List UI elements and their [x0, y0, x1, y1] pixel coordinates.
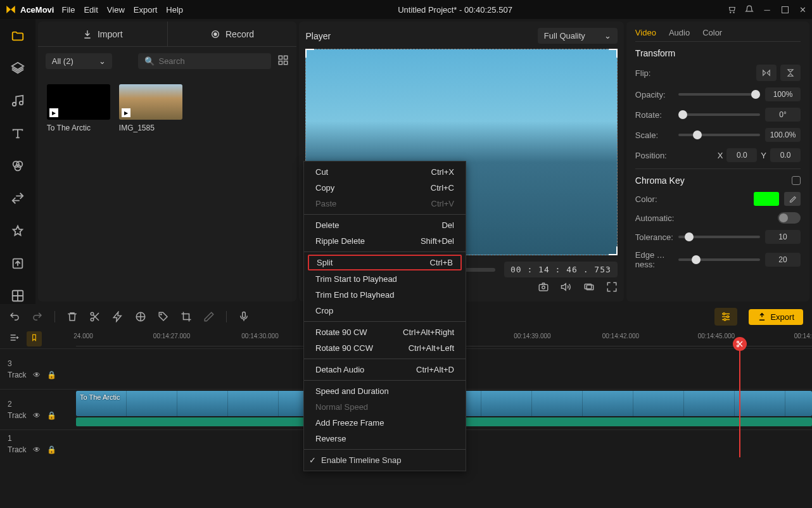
media-filter-dropdown[interactable]: All (2) ⌄: [46, 53, 112, 69]
rotate-slider[interactable]: [678, 113, 760, 116]
export-button[interactable]: Export: [749, 309, 803, 325]
fullscreen-icon[interactable]: [606, 281, 618, 295]
eyedropper-icon[interactable]: [784, 192, 801, 206]
tag-icon[interactable]: [158, 311, 169, 322]
record-tab[interactable]: Record: [168, 22, 297, 47]
pos-x-value[interactable]: 0.0: [726, 148, 757, 162]
close-icon[interactable]: ✕: [798, 5, 807, 14]
context-menu-item[interactable]: Reverse: [304, 431, 466, 447]
eye-icon[interactable]: 👁: [33, 411, 41, 420]
chroma-enable-checkbox[interactable]: [792, 176, 801, 185]
eye-icon[interactable]: 👁: [33, 371, 41, 379]
rail-transitions-icon[interactable]: [9, 191, 27, 206]
crop-icon[interactable]: [181, 311, 192, 322]
playhead[interactable]: [739, 348, 740, 457]
svg-point-7: [15, 165, 20, 170]
context-menu-item[interactable]: Trim Start to Playhead: [304, 271, 466, 287]
context-menu-item[interactable]: CutCtrl+X: [304, 164, 466, 180]
opacity-value[interactable]: 100%: [765, 87, 801, 101]
timeline-settings-button[interactable]: [714, 308, 737, 326]
chroma-color-swatch[interactable]: [754, 192, 779, 206]
split-icon[interactable]: [89, 311, 101, 322]
snapshot-icon[interactable]: [538, 281, 549, 295]
rotate-value[interactable]: 0°: [765, 108, 801, 122]
rail-layers-icon[interactable]: [9, 60, 27, 76]
speed-icon[interactable]: [112, 311, 124, 322]
menu-edit[interactable]: Edit: [84, 5, 98, 15]
context-menu-item[interactable]: Detach AudioCtrl+Alt+D: [304, 362, 466, 378]
minimize-icon[interactable]: ─: [763, 5, 771, 14]
menu-view[interactable]: View: [107, 5, 125, 15]
rail-elements-icon[interactable]: [9, 223, 27, 239]
rail-export-box-icon[interactable]: [9, 255, 27, 271]
context-menu-item[interactable]: Rotate 90 CCWCtrl+Alt+Left: [304, 340, 466, 356]
tolerance-slider[interactable]: [678, 236, 760, 238]
chroma-color-label: Color:: [635, 194, 673, 204]
maximize-icon[interactable]: [780, 5, 789, 14]
scale-slider[interactable]: [678, 134, 760, 136]
svg-rect-2: [782, 6, 788, 13]
opacity-slider[interactable]: [678, 93, 760, 96]
context-menu-item[interactable]: Crop: [304, 303, 466, 319]
color-icon[interactable]: [135, 311, 146, 322]
marker-icon[interactable]: [27, 331, 42, 346]
scale-value[interactable]: 100.0%: [765, 128, 801, 142]
rail-text-icon[interactable]: [9, 125, 27, 141]
menu-file[interactable]: File: [61, 5, 75, 15]
props-tab-video[interactable]: Video: [635, 28, 656, 37]
quality-dropdown[interactable]: Full Quality ⌄: [538, 28, 618, 44]
context-menu-item[interactable]: DeleteDel: [304, 217, 466, 233]
tolerance-value[interactable]: 10: [765, 230, 801, 244]
context-menu-item[interactable]: Speed and Duration: [304, 383, 466, 399]
redo-icon[interactable]: [32, 311, 43, 322]
rail-filters-icon[interactable]: [9, 158, 27, 174]
context-menu-item[interactable]: CopyCtrl+C: [304, 180, 466, 196]
context-menu-item[interactable]: Rotate 90 CWCtrl+Alt+Right: [304, 324, 466, 340]
lock-icon[interactable]: 🔒: [47, 371, 56, 379]
search-input[interactable]: [158, 56, 265, 66]
edit-icon[interactable]: [203, 311, 215, 322]
edge-slider[interactable]: [678, 258, 760, 261]
lock-icon[interactable]: 🔒: [47, 445, 56, 454]
svg-point-29: [737, 345, 739, 347]
grid-view-icon[interactable]: [277, 54, 289, 68]
track-options-icon[interactable]: [9, 333, 19, 345]
mic-icon[interactable]: [238, 311, 250, 322]
delete-icon[interactable]: [67, 311, 78, 322]
flip-horizontal-button[interactable]: [756, 65, 777, 81]
context-menu-item[interactable]: Ripple DeleteShift+Del: [304, 233, 466, 249]
rail-media-icon[interactable]: [9, 28, 27, 44]
context-menu-item[interactable]: SplitCtrl+B: [308, 255, 462, 270]
media-item[interactable]: ▶ IMG_1585: [119, 84, 182, 132]
auto-toggle[interactable]: [778, 212, 801, 224]
svg-rect-24: [243, 312, 246, 318]
media-item[interactable]: ▶ To The Arctic: [47, 84, 110, 132]
cart-icon[interactable]: [727, 5, 736, 14]
lock-icon[interactable]: 🔒: [47, 411, 56, 420]
context-menu-item[interactable]: ✓Enable Timeline Snap: [304, 452, 466, 468]
ruler-mark: 00:14:27.000: [153, 333, 190, 340]
context-menu-item[interactable]: Add Freeze Frame: [304, 415, 466, 431]
menu-export[interactable]: Export: [134, 5, 158, 15]
volume-icon[interactable]: [561, 281, 572, 295]
flip-vertical-button[interactable]: [780, 65, 801, 81]
chevron-down-icon: ⌄: [99, 56, 106, 66]
tolerance-label: Tolerance:: [635, 232, 673, 242]
menu-help[interactable]: Help: [166, 5, 183, 15]
rail-split-view-icon[interactable]: [9, 288, 27, 304]
playhead-scissors-icon[interactable]: [733, 337, 747, 351]
eye-icon[interactable]: 👁: [33, 445, 41, 454]
display-icon[interactable]: [583, 281, 595, 295]
bell-icon[interactable]: [745, 5, 754, 14]
undo-icon[interactable]: [9, 311, 20, 322]
flip-label: Flip:: [635, 68, 673, 78]
props-tab-color[interactable]: Color: [702, 28, 722, 37]
rail-audio-icon[interactable]: [9, 93, 27, 109]
pos-y-value[interactable]: 0.0: [770, 148, 801, 162]
context-menu-item[interactable]: Trim End to Playhead: [304, 287, 466, 303]
props-tab-audio[interactable]: Audio: [669, 28, 690, 37]
scale-label: Scale:: [635, 130, 673, 140]
import-tab[interactable]: Import: [38, 22, 168, 47]
edge-value[interactable]: 20: [765, 253, 801, 267]
media-search[interactable]: 🔍: [138, 53, 271, 69]
